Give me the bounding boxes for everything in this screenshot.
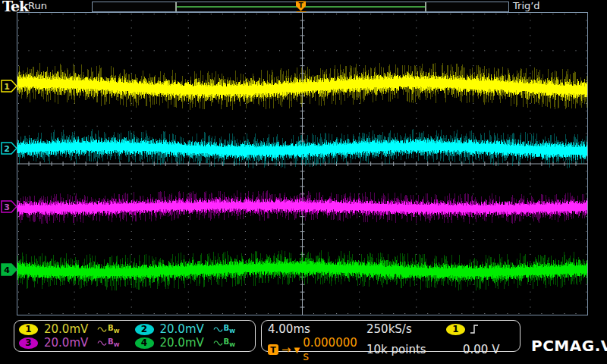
bandwidth-limit-icon: BW [108,325,119,334]
channel-4-badge[interactable]: 4 [135,337,154,349]
graticule [17,12,588,315]
svg-text:1: 1 [4,81,10,91]
rising-edge-icon [468,323,480,335]
sine-wave-icon [97,326,107,333]
channel-4-marker[interactable]: 4 [1,263,17,276]
svg-text:3: 3 [4,202,10,212]
oscilloscope-screen: Tek Run Trig’d T T 1 2 3 4 [0,0,607,364]
channel-1-readout[interactable]: 1 20.0mV BW [19,322,135,336]
channel-1-scale: 20.0mV [44,322,91,336]
bandwidth-limit-icon: BW [224,325,235,334]
triangle-icon: ▼ [294,346,300,354]
timebase-readout[interactable]: 4.00ms [268,322,366,336]
trigger-position-value: 0.000000 s [303,336,366,363]
record-length-value: 10k points [366,343,426,356]
bandwidth-limit-icon: BW [224,338,235,348]
sample-rate-value: 250kS/s [366,322,412,336]
channel-3-marker[interactable]: 3 [1,200,17,213]
arrow-icon: → [281,343,291,356]
channel-4-scale: 20.0mV [160,336,207,350]
channel-2-badge[interactable]: 2 [135,324,154,335]
svg-text:4: 4 [4,265,10,275]
trigger-status: Trig’d [513,0,540,11]
record-window-right-bracket [425,2,426,11]
svg-text:2: 2 [4,143,10,153]
channel-1-marker[interactable]: 1 [1,80,17,93]
sine-wave-icon [213,326,223,333]
waveform-traces [17,13,587,315]
channel-2-marker[interactable]: 2 [1,142,17,155]
sine-wave-icon [213,340,223,347]
channel-4-readout[interactable]: 4 20.0mV BW [135,336,251,350]
trigger-t-icon: T [268,344,278,355]
trigger-position-readout[interactable]: T→▼0.000000 s [268,336,366,363]
channel-1-badge[interactable]: 1 [19,324,38,335]
timebase-value: 4.00ms [268,322,310,336]
trigger-level-value: 0.00 V [463,343,499,356]
bandwidth-limit-icon: BW [108,338,119,348]
channel-readout-panel: 1 20.0mV BW 2 20.0mV BW 3 20.0mV [14,320,256,352]
svg-text:T: T [298,2,304,9]
watermark: PCMAG.VN [531,337,607,355]
channel-3-readout[interactable]: 3 20.0mV BW [19,336,135,350]
channel-2-readout[interactable]: 2 20.0mV BW [135,322,251,336]
channel-2-scale: 20.0mV [160,322,207,336]
channel-3-badge[interactable]: 3 [19,337,38,349]
trigger-source-readout[interactable]: 1 [446,322,518,336]
record-length-readout: 10k points [366,336,446,363]
horizontal-trigger-panel: 4.00ms 250kS/s 1 T→▼0.000000 s 10k point… [261,320,521,352]
sine-wave-icon [97,340,107,347]
acquisition-status: Run [28,0,47,11]
record-trigger-marker-icon[interactable]: T [295,1,307,11]
trigger-source-badge[interactable]: 1 [446,324,465,335]
channel-3-scale: 20.0mV [44,336,91,350]
trigger-level-readout[interactable]: 0.00 V [446,336,518,363]
sample-rate-readout: 250kS/s [366,322,446,336]
